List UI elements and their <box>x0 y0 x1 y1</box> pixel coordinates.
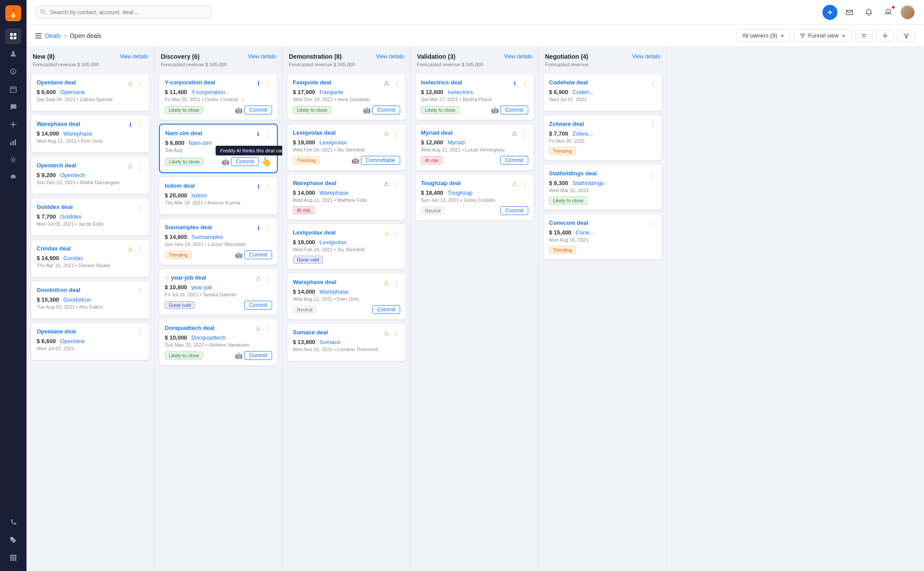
column-discovery-view-details[interactable]: View details <box>248 53 276 60</box>
card-warephase2-company[interactable]: Warephase <box>319 189 348 196</box>
card-yearjob1-title[interactable]: year-job deal <box>171 274 254 281</box>
card-openlane1-title[interactable]: Openlane deal <box>37 79 126 86</box>
card-openlane2-more-icon[interactable]: ⋮ <box>136 328 144 336</box>
card-toughzap1-more-icon[interactable]: ⋮ <box>520 180 528 188</box>
card-condax1-more-icon[interactable]: ⋮ <box>136 245 144 253</box>
card-zotware1-title[interactable]: Zotware deal <box>549 121 648 127</box>
card-iselectrics1-commit-button[interactable]: Commit <box>500 106 528 114</box>
card-codehow1-title[interactable]: Codehow deal <box>549 79 648 86</box>
avatar[interactable] <box>900 5 915 20</box>
card-lexiqvolax1-title[interactable]: Lexiqvolax deal <box>293 129 382 136</box>
column-validation-view-details[interactable]: View details <box>504 53 532 60</box>
card-golddex1-company[interactable]: Golddex <box>60 213 81 220</box>
card-conecom1-company[interactable]: Cone... <box>576 229 594 236</box>
column-negotiation-view-details[interactable]: View details <box>632 53 660 60</box>
card-iselectrics1-more-icon[interactable]: ⋮ <box>520 79 528 87</box>
card-sunnamplex1-title[interactable]: Sunnamplex deal <box>165 224 254 231</box>
card-faxquote1-company[interactable]: Faxquote <box>319 89 343 95</box>
card-lexiqvolax1-company[interactable]: Lexiqvolax <box>319 139 346 146</box>
card-yearjob1-commit-button[interactable]: Commit <box>244 301 272 310</box>
card-statholdings1-more-icon[interactable]: ⋮ <box>648 170 656 178</box>
card-zotware1-more-icon[interactable]: ⋮ <box>648 121 656 129</box>
card-sumace1-more-icon[interactable]: ⋮ <box>392 329 400 337</box>
card-conecom1-title[interactable]: Conecom deal <box>549 219 648 226</box>
card-myriad1-company[interactable]: Myriad <box>447 139 465 146</box>
card-opentech1-title[interactable]: Opentech deal <box>37 162 126 169</box>
card-ycorp1-more-icon[interactable]: ⋮ <box>264 79 272 87</box>
card-ycorp1-company[interactable]: Y-corporation <box>191 89 225 95</box>
card-codehow1-more-icon[interactable]: ⋮ <box>648 79 656 87</box>
card-lexiqvolax2-title[interactable]: Lexiqvolax deal <box>293 229 382 236</box>
card-namzim1-title[interactable]: Nam-zim deal <box>165 130 254 136</box>
card-codehow1-company[interactable]: Codeh... <box>572 89 594 95</box>
card-warephase1-company[interactable]: Warephase <box>63 130 92 137</box>
search-input[interactable] <box>35 5 212 19</box>
card-opentech1-more-icon[interactable]: ⋮ <box>136 162 144 170</box>
sidebar-item-apps[interactable] <box>5 550 21 566</box>
alert-button[interactable] <box>881 5 896 20</box>
add-button[interactable] <box>822 5 837 20</box>
card-warephase3-company[interactable]: Warephase <box>319 288 348 295</box>
card-golddex1-more-icon[interactable]: ⋮ <box>136 204 144 212</box>
card-condax1-company[interactable]: Condax <box>63 255 83 261</box>
card-warephase3-title[interactable]: Warephase deal <box>293 279 382 285</box>
hamburger-menu[interactable] <box>35 33 42 38</box>
card-warephase1-more-icon[interactable]: ⋮ <box>136 121 144 129</box>
card-openlane1-more-icon[interactable]: ⋮ <box>136 79 144 87</box>
sidebar-item-deals[interactable]: $ <box>5 64 21 79</box>
card-namzim1-company[interactable]: Nam-zim <box>189 140 212 146</box>
card-statholdings1-title[interactable]: Statholdings deal <box>549 170 648 177</box>
sidebar-item-calendar[interactable] <box>5 81 21 97</box>
sidebar-item-ai[interactable] <box>5 117 21 132</box>
card-warephase3-more-icon[interactable]: ⋮ <box>392 279 400 287</box>
owners-filter[interactable]: All owners (9) <box>736 29 790 42</box>
filter-button[interactable] <box>897 30 915 42</box>
card-donquadtech1-title[interactable]: Donquadtech deal <box>165 325 254 331</box>
card-openlane2-title[interactable]: Openlane deal <box>37 328 136 335</box>
card-donquadtech1-commit-button[interactable]: Commit <box>244 351 272 360</box>
card-openlane1-company[interactable]: Openlane <box>60 89 85 95</box>
card-myriad1-commit-button[interactable]: Commit <box>500 156 528 165</box>
sidebar-item-settings[interactable] <box>5 152 21 168</box>
sort-button[interactable] <box>855 30 873 42</box>
breadcrumb-deals[interactable]: Deals <box>45 32 61 39</box>
card-myriad1-more-icon[interactable]: ⋮ <box>520 129 528 137</box>
card-faxquote1-title[interactable]: Faxquote deal <box>293 79 382 86</box>
card-yearjob1-company[interactable]: year-job <box>191 284 212 291</box>
bell-button[interactable] <box>861 5 876 20</box>
card-donquadtech1-more-icon[interactable]: ⋮ <box>264 325 272 333</box>
card-iselectrics1-company[interactable]: Iselectrics <box>447 89 473 95</box>
card-ycorp1-commit-button[interactable]: Commit <box>244 106 272 114</box>
card-ycorp1-title[interactable]: Y-corporation deal <box>165 79 254 86</box>
card-conecom1-more-icon[interactable]: ⋮ <box>648 219 656 227</box>
card-sunnamplex1-more-icon[interactable]: ⋮ <box>264 224 272 232</box>
card-warephase3-commit-button[interactable]: Commit <box>372 305 400 314</box>
card-condax1-title[interactable]: Condax deal <box>37 245 126 252</box>
card-isdom1-more-icon[interactable]: ⋮ <box>264 182 272 190</box>
sidebar-item-phone[interactable] <box>5 514 21 530</box>
card-faxquote1-commit-button[interactable]: Commit <box>372 106 400 114</box>
card-statholdings1-company[interactable]: Statholdings <box>572 180 604 186</box>
card-sunnamplex1-commit-button[interactable]: Commit <box>244 250 272 259</box>
card-sunnamplex1-company[interactable]: Sunnamplex <box>191 234 223 240</box>
sidebar-item-contacts[interactable] <box>5 46 21 62</box>
card-zotware1-company[interactable]: Zotwa... <box>572 130 593 137</box>
sidebar-item-grid[interactable] <box>5 28 21 44</box>
card-warephase1-title[interactable]: Warephase deal <box>37 121 126 127</box>
column-new-view-details[interactable]: View details <box>120 53 148 60</box>
card-lexiqvolax2-more-icon[interactable]: ⋮ <box>392 229 400 237</box>
card-myriad1-title[interactable]: Myriad deal <box>421 129 511 136</box>
card-namzim1-commit-button[interactable]: Commit <box>231 157 259 166</box>
card-goodsilron1-title[interactable]: Goodsilron deal <box>37 287 136 293</box>
card-warephase2-more-icon[interactable]: ⋮ <box>392 180 400 188</box>
sidebar-item-chat[interactable] <box>5 99 21 115</box>
card-sumace1-company[interactable]: Sumace <box>319 339 341 345</box>
sidebar-item-tag[interactable] <box>5 532 21 548</box>
card-toughzap1-title[interactable]: Toughzap deal <box>421 180 511 186</box>
card-lexiqvolax2-company[interactable]: Lexiqvolax <box>319 239 346 246</box>
card-sumace1-title[interactable]: Sumace deal <box>293 329 382 336</box>
card-isdom1-title[interactable]: Isdom deal <box>165 182 254 189</box>
card-golddex1-title[interactable]: Golddex deal <box>37 204 136 210</box>
card-toughzap1-commit-button[interactable]: Commit <box>500 206 528 215</box>
card-opentech1-company[interactable]: Opentech <box>60 172 85 178</box>
